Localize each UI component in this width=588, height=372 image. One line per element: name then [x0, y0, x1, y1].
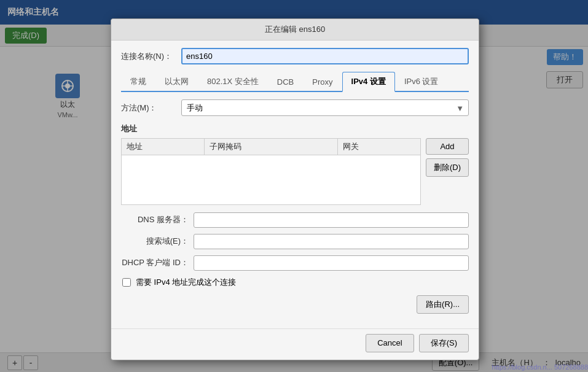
col-netmask: 子网掩码 [204, 139, 338, 155]
dialog-title: 正在编辑 ens160 [265, 25, 325, 34]
search-domain-row: 搜索域(E)： [121, 234, 469, 249]
dhcp-id-label: DHCP 客户端 ID： [121, 257, 189, 268]
dialog-titlebar: 正在编辑 ens160 [111, 19, 479, 41]
tab-ethernet[interactable]: 以太网 [155, 72, 198, 91]
dhcp-id-input[interactable] [194, 255, 469, 271]
add-address-button[interactable]: Add [426, 138, 469, 155]
col-address: 地址 [122, 139, 204, 155]
require-ipv4-label: 需要 IPv4 地址完成这个连接 [136, 277, 236, 288]
address-table: 地址 子网掩码 网关 [122, 139, 420, 204]
edit-connection-dialog: 正在编辑 ens160 连接名称(N)： 常规 以太网 802.1X 安全性 D… [111, 18, 479, 360]
require-ipv4-row: 需要 IPv4 地址完成这个连接 [122, 277, 469, 288]
dhcp-id-row: DHCP 客户端 ID： [121, 255, 469, 271]
require-ipv4-checkbox[interactable] [122, 278, 131, 287]
conn-name-input[interactable] [181, 48, 469, 64]
connection-name-row: 连接名称(N)： [121, 48, 469, 64]
dns-label: DNS 服务器： [121, 214, 189, 225]
dns-input[interactable] [194, 212, 469, 228]
route-button[interactable]: 路由(R)... [417, 295, 469, 314]
col-gateway: 网关 [338, 139, 420, 155]
address-section-title: 地址 [121, 123, 469, 134]
conn-name-label: 连接名称(N)： [121, 51, 176, 62]
address-empty-row [122, 155, 420, 204]
method-select-wrapper: 自动(DHCP) 手动 仅链接本地 禁用 ▼ [181, 99, 469, 116]
tabs-bar: 常规 以太网 802.1X 安全性 DCB Proxy IPv4 设置 IPv6… [121, 72, 469, 92]
delete-address-button[interactable]: 删除(D) [426, 158, 469, 177]
tab-ipv4[interactable]: IPv4 设置 [342, 72, 395, 92]
route-row: 路由(R)... [121, 295, 469, 314]
search-domain-label: 搜索域(E)： [121, 236, 189, 247]
tab-proxy[interactable]: Proxy [303, 72, 342, 91]
method-label: 方法(M)： [121, 103, 176, 114]
tab-dcb[interactable]: DCB [268, 72, 303, 91]
address-buttons: Add 删除(D) [426, 138, 469, 205]
tab-ipv6[interactable]: IPv6 设置 [395, 72, 448, 91]
tab-security[interactable]: 802.1X 安全性 [198, 72, 268, 91]
method-select[interactable]: 自动(DHCP) 手动 仅链接本地 禁用 [181, 99, 469, 116]
address-container: 地址 子网掩码 网关 Add 删除(D) [121, 138, 469, 205]
dns-row: DNS 服务器： [121, 212, 469, 228]
cancel-button[interactable]: Cancel [366, 334, 414, 352]
dialog-footer: Cancel 保存(S) [111, 328, 479, 360]
address-table-wrapper: 地址 子网掩码 网关 [121, 138, 421, 205]
method-row: 方法(M)： 自动(DHCP) 手动 仅链接本地 禁用 ▼ [121, 99, 469, 116]
save-button[interactable]: 保存(S) [419, 334, 469, 352]
dialog-body: 连接名称(N)： 常规 以太网 802.1X 安全性 DCB Proxy IPv… [111, 41, 479, 328]
tab-general[interactable]: 常规 [121, 72, 155, 91]
search-domain-input[interactable] [194, 234, 469, 249]
